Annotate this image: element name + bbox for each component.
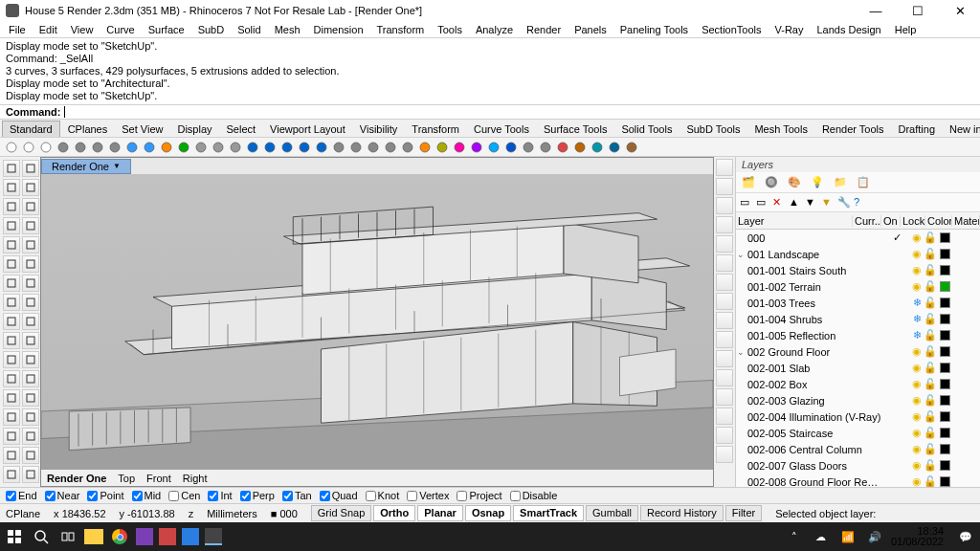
lock-icon[interactable]: 🔓	[924, 231, 937, 244]
toolbar-tab-transform[interactable]: Transform	[405, 121, 466, 137]
left-tool-25[interactable]	[22, 313, 39, 330]
color-swatch[interactable]	[940, 379, 950, 389]
move-up-icon[interactable]: ▲	[789, 196, 802, 209]
toolbar-button-33[interactable]	[572, 140, 588, 155]
help-icon[interactable]: ?	[854, 196, 867, 209]
osnap-knot[interactable]: Knot	[366, 490, 400, 501]
lock-icon[interactable]: 🔓	[924, 443, 937, 455]
bulb-icon[interactable]: ◉	[910, 362, 924, 374]
toolbar-button-28[interactable]	[486, 140, 501, 155]
toolbar-button-19[interactable]	[331, 140, 346, 155]
right-tool-2[interactable]	[716, 197, 733, 214]
menu-help[interactable]: Help	[890, 23, 922, 36]
toolbar-tab-solid-tools[interactable]: Solid Tools	[614, 121, 679, 137]
bulb-icon[interactable]: ◉	[910, 378, 924, 390]
bulb-icon[interactable]: ◉	[910, 459, 924, 472]
osnap-tan[interactable]: Tan	[282, 490, 312, 501]
lock-icon[interactable]: 🔓	[924, 329, 937, 342]
left-tool-19[interactable]	[22, 198, 39, 215]
lock-icon[interactable]: 🔓	[924, 459, 937, 472]
onedrive-icon[interactable]: ☁	[811, 526, 832, 547]
color-swatch[interactable]	[940, 460, 950, 471]
lights-tab-icon[interactable]: 💡	[811, 176, 824, 189]
menu-render[interactable]: Render	[522, 23, 566, 36]
status-toggle-buttons[interactable]: Grid SnapOrthoPlanarOsnapSmartTrackGumba…	[311, 505, 762, 521]
left-tool-32[interactable]	[22, 447, 39, 464]
start-button[interactable]	[4, 526, 25, 547]
toolbar-tab-display[interactable]: Display	[170, 121, 218, 137]
layer-row[interactable]: ⌄ 001 Landscape ◉ 🔓	[736, 246, 980, 262]
view-tab-front[interactable]: Front	[146, 473, 171, 484]
bulb-icon[interactable]: ◉	[910, 231, 924, 244]
toolbar-tabstrip[interactable]: StandardCPlanesSet ViewDisplaySelectView…	[0, 120, 980, 138]
left-tool-4[interactable]	[3, 236, 20, 253]
osnap-point[interactable]: Point	[87, 490, 123, 501]
left-tool-14[interactable]	[3, 428, 20, 445]
new-layer-icon[interactable]: ▭	[740, 196, 753, 209]
osnap-near[interactable]: Near	[45, 490, 80, 501]
color-swatch[interactable]	[940, 363, 950, 373]
command-line[interactable]: Command:	[0, 105, 980, 120]
right-tool-14[interactable]	[716, 427, 733, 444]
windows-taskbar[interactable]: ˄ ☁ 📶 🔊 18:3401/08/2022 💬	[0, 522, 980, 551]
libraries-tab-icon[interactable]: 📁	[834, 176, 847, 189]
toolbar-tab-standard[interactable]: Standard	[2, 121, 60, 137]
osnap-cen[interactable]: Cen	[168, 490, 200, 501]
explorer-icon[interactable]	[84, 529, 103, 544]
materials-tab-icon[interactable]: 🎨	[788, 176, 801, 189]
toolbar-button-25[interactable]	[434, 140, 450, 155]
bulb-icon[interactable]: ◉	[910, 475, 924, 487]
menu-subd[interactable]: SubD	[193, 23, 230, 36]
right-tool-0[interactable]	[716, 159, 733, 176]
lock-icon[interactable]: 🔓	[924, 410, 937, 423]
left-toolbox[interactable]	[0, 157, 40, 487]
left-tool-17[interactable]	[22, 160, 39, 177]
toolbar-tab-drafting[interactable]: Drafting	[892, 121, 943, 137]
osnap-quad[interactable]: Quad	[320, 490, 358, 501]
bulb-icon[interactable]: ◉	[910, 264, 924, 276]
menu-file[interactable]: File	[4, 23, 31, 36]
task-view-icon[interactable]	[57, 526, 78, 547]
notifications-icon[interactable]: 💬	[955, 526, 976, 547]
left-tool-33[interactable]	[22, 466, 39, 483]
minimize-button[interactable]: —	[861, 4, 890, 18]
panel-icon-row[interactable]: 🗂️ 🔘 🎨 💡 📁 📋	[736, 172, 980, 193]
color-swatch[interactable]	[940, 232, 950, 243]
toolbar-button-35[interactable]	[607, 140, 622, 155]
color-swatch[interactable]	[940, 395, 950, 406]
left-tool-9[interactable]	[3, 332, 20, 349]
left-tool-10[interactable]	[3, 351, 20, 368]
layer-row[interactable]: 002-001 Slab ◉ 🔓	[736, 360, 980, 376]
left-tool-7[interactable]	[3, 294, 20, 311]
left-tool-2[interactable]	[3, 198, 20, 215]
viewport-canvas[interactable]	[41, 174, 713, 470]
toolbar-button-29[interactable]	[503, 140, 519, 155]
app-icon-3[interactable]	[182, 528, 199, 545]
lock-icon[interactable]: 🔓	[924, 297, 937, 309]
layer-row[interactable]: ⌄ 002 Ground Floor ◉ 🔓	[736, 343, 980, 360]
left-tool-18[interactable]	[22, 179, 39, 196]
layer-tree[interactable]: 000 ✓ ◉ 🔓 ⌄ 001 Landscape ◉ 🔓 001-001 St…	[736, 230, 980, 487]
app-icon-2[interactable]	[159, 528, 176, 545]
layer-row[interactable]: 002-006 Central Column ◉ 🔓	[736, 441, 980, 457]
menu-curve[interactable]: Curve	[101, 23, 139, 36]
layer-row[interactable]: 000 ✓ ◉ 🔓	[736, 230, 980, 246]
menu-analyze[interactable]: Analyze	[471, 23, 518, 36]
color-swatch[interactable]	[940, 411, 950, 422]
chevron-down-icon[interactable]: ▼	[113, 162, 121, 170]
status-units[interactable]: Millimeters	[207, 508, 257, 519]
left-tool-22[interactable]	[22, 255, 39, 273]
right-tool-15[interactable]	[716, 446, 733, 463]
layer-row[interactable]: 002-007 Glass Doors ◉ 🔓	[736, 457, 980, 474]
color-swatch[interactable]	[940, 281, 950, 292]
col-color[interactable]: Color	[925, 215, 952, 227]
lock-icon[interactable]: 🔓	[924, 345, 937, 358]
toolbar-button-2[interactable]	[38, 140, 54, 155]
layer-row[interactable]: 002-003 Glazing ◉ 🔓	[736, 392, 980, 408]
layer-row[interactable]: 002-005 Staircase ◉ 🔓	[736, 425, 980, 441]
toolbar-button-14[interactable]	[245, 140, 260, 155]
left-tool-13[interactable]	[3, 408, 20, 426]
lock-icon[interactable]: 🔓	[924, 427, 937, 439]
lock-icon[interactable]: 🔓	[924, 378, 937, 390]
left-tool-21[interactable]	[22, 236, 39, 253]
